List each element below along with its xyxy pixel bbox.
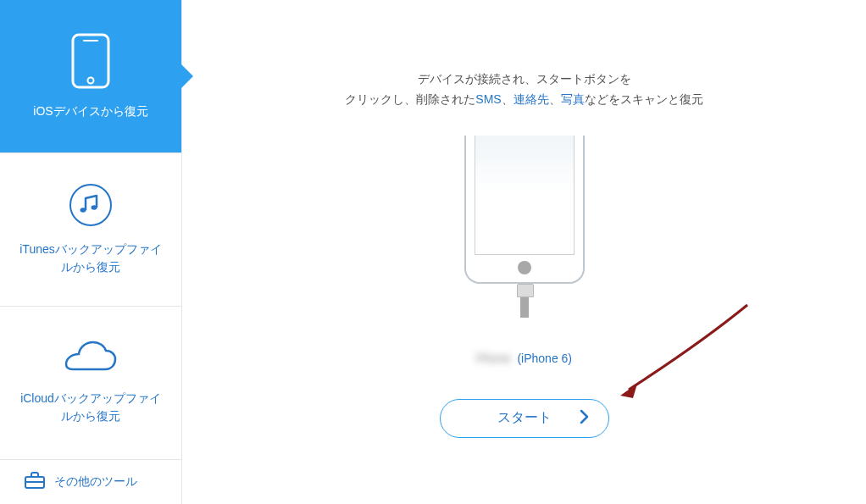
sidebar-item-label: iOSデバイスから復元 (33, 102, 147, 120)
music-note-icon (69, 183, 113, 230)
sidebar-item-ios-device[interactable]: iOSデバイスから復元 (0, 0, 181, 153)
device-model: (iPhone 6) (517, 352, 572, 365)
sidebar-item-itunes-backup[interactable]: iTunesバックアップファイルから復元 (0, 153, 181, 307)
device-info: Phone (iPhone 6) (476, 352, 572, 365)
instruction-line2: クリックし、削除されたSMS、連絡先、写真などをスキャンと復元 (345, 90, 702, 110)
start-button[interactable]: スタート (440, 399, 609, 438)
svg-point-2 (88, 77, 94, 83)
cloud-icon (63, 341, 119, 379)
device-home-button-icon (518, 261, 531, 274)
chevron-right-icon (580, 409, 590, 428)
arrow-annotation-icon (616, 301, 752, 406)
device-body (464, 136, 585, 284)
svg-point-4 (80, 208, 86, 213)
main-content: デバイスが接続され、スタートボタンを クリックし、削除されたSMS、連絡先、写真… (182, 0, 866, 504)
svg-point-3 (70, 185, 111, 225)
device-illustration (464, 136, 585, 284)
sidebar-footer-other-tools[interactable]: その他のツール (0, 460, 181, 504)
device-cable-icon (520, 284, 529, 318)
sidebar-footer-label: その他のツール (54, 474, 137, 490)
phone-icon (71, 33, 110, 92)
sidebar: iOSデバイスから復元 iTunesバックアップファイルから復元 iCloudバ… (0, 0, 182, 504)
sidebar-item-label: iTunesバックアップファイルから復元 (17, 241, 164, 276)
sidebar-item-label: iCloudバックアップファイルから復元 (17, 390, 164, 425)
device-name: Phone (476, 352, 510, 365)
toolbox-icon (24, 471, 46, 493)
sidebar-item-icloud-backup[interactable]: iCloudバックアップファイルから復元 (0, 307, 181, 460)
start-button-label: スタート (497, 409, 552, 427)
device-screen (475, 136, 575, 255)
svg-rect-0 (73, 35, 108, 87)
instruction-line1: デバイスが接続され、スタートボタンを (345, 69, 702, 90)
instruction-text: デバイスが接続され、スタートボタンを クリックし、削除されたSMS、連絡先、写真… (345, 69, 702, 110)
svg-point-5 (92, 205, 97, 210)
